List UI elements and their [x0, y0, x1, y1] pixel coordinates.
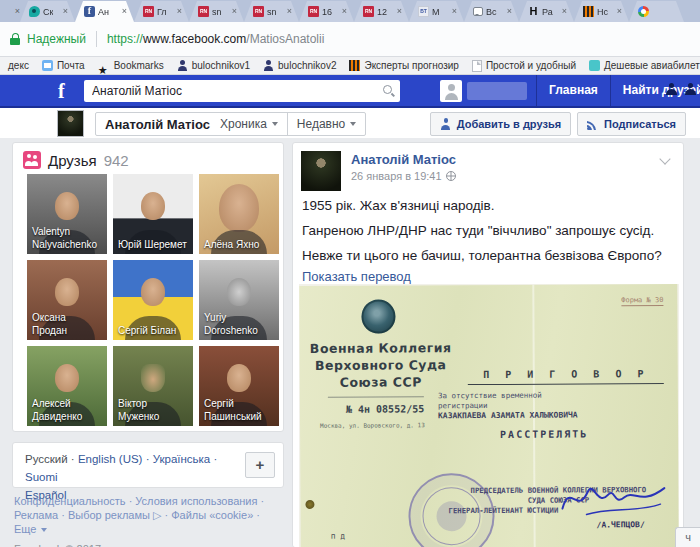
- friend-photo[interactable]: Valentyn Nalyvaichenko: [27, 174, 107, 254]
- page-content: Друзья 942 Valentyn Nalyvaichenko Юрій Ш…: [0, 138, 700, 547]
- tab-bar: × Ск× Ан× Гл× sn× sn× 16× 12× М× Вс× Ра×…: [0, 0, 700, 22]
- recent-dropdown[interactable]: Недавно: [287, 113, 365, 135]
- hole-punch: [305, 500, 314, 509]
- bookmark-mail[interactable]: Почта: [42, 60, 85, 71]
- facebook-logo[interactable]: f: [58, 79, 65, 103]
- search-icon[interactable]: [382, 84, 396, 98]
- close-icon[interactable]: ×: [232, 7, 237, 16]
- tab-rn-2[interactable]: sn×: [189, 1, 244, 22]
- post-text-line3: Невже ти цього не бачиш, толерантна безв…: [302, 248, 662, 263]
- bookmark-bulochnikov2[interactable]: bulochnikov2: [263, 60, 336, 71]
- chat-tab-partial[interactable]: ч: [675, 527, 700, 547]
- speech-bubble-icon: [473, 7, 483, 16]
- soviet-emblem-icon: [361, 299, 395, 333]
- tab-partial[interactable]: ×: [0, 1, 20, 22]
- tab-bubble[interactable]: Вс×: [464, 1, 519, 22]
- tab-ck[interactable]: Ск×: [20, 1, 75, 22]
- close-icon[interactable]: ×: [122, 7, 127, 16]
- rn-icon: [363, 6, 374, 17]
- follow-button[interactable]: Подписаться: [577, 112, 686, 136]
- close-icon[interactable]: ×: [287, 7, 292, 16]
- post-attached-image[interactable]: Форма № 30 Военная Коллегия Верховного С…: [299, 284, 679, 547]
- handwritten-signature: [556, 474, 674, 525]
- doc-form-number: Форма № 30: [621, 296, 663, 306]
- tab-h[interactable]: Ра×: [519, 1, 574, 22]
- chevron-down-icon: [41, 528, 47, 532]
- divider: [328, 396, 424, 398]
- recent-label: Недавно: [297, 117, 345, 131]
- facebook-header: f Главная Найти друзей: [0, 75, 700, 108]
- profile-name-segment[interactable]: Анатолій Матіос Хроника: [96, 113, 287, 135]
- header-icons: [665, 82, 698, 96]
- add-friend-button[interactable]: Добавить в друзья: [430, 112, 571, 136]
- friend-photo[interactable]: Алексей Давиденко: [27, 346, 107, 426]
- add-language-button[interactable]: +: [245, 452, 275, 478]
- tab-facebook-active[interactable]: Ан×: [75, 1, 134, 22]
- show-translation-link[interactable]: Показать перевод: [302, 269, 411, 284]
- secure-lock-icon[interactable]: [10, 33, 21, 45]
- header-avatar[interactable]: [440, 80, 462, 102]
- close-icon[interactable]: ×: [397, 7, 402, 16]
- close-icon[interactable]: ×: [507, 7, 512, 16]
- bookmarks-bar: декс Почта ★Bookmarks bulochnikov1 buloc…: [0, 57, 700, 75]
- friend-photo[interactable]: Сергій Білан: [113, 260, 193, 340]
- messages-icon[interactable]: [684, 82, 698, 96]
- bookmark-yandex-partial[interactable]: декс: [4, 60, 29, 71]
- close-icon[interactable]: ×: [63, 7, 68, 16]
- post-menu-chevron-icon[interactable]: [659, 153, 670, 164]
- friend-requests-icon[interactable]: [665, 82, 679, 96]
- profile-toolbar: Анатолій Матіос Хроника Недавно Добавить…: [0, 108, 700, 139]
- address-bar[interactable]: Надежный https://www.facebook.com/Matios…: [0, 22, 700, 57]
- teal-icon: [589, 60, 600, 71]
- friend-photo[interactable]: Сергій Пашинський: [199, 346, 279, 426]
- profile-avatar[interactable]: [57, 110, 84, 137]
- close-icon[interactable]: ×: [15, 7, 20, 16]
- nav-home[interactable]: Главная: [536, 75, 610, 106]
- bookmark-simple[interactable]: Простой и удобный: [472, 60, 576, 72]
- header-name-pill[interactable]: [467, 82, 527, 100]
- close-icon[interactable]: ×: [452, 7, 457, 16]
- friend-photo[interactable]: Yuriy Doroshenko: [199, 260, 279, 340]
- friend-photo[interactable]: Юрій Шеремет: [113, 174, 193, 254]
- tab-rn-1[interactable]: Гл×: [134, 1, 189, 22]
- footer-links-line2[interactable]: Реклама · Выбор рекламы ▷ · Файлы «cooki…: [14, 508, 296, 522]
- person-icon: [177, 60, 188, 71]
- profile-name: Анатолій Матіос: [105, 117, 210, 132]
- url-text[interactable]: https://www.facebook.com/MatiosAnatolii: [107, 32, 324, 46]
- bookmark-tickets[interactable]: Дешевые авиабилет: [589, 60, 700, 71]
- footer-links-line1[interactable]: Конфиденциальность · Условия использован…: [14, 494, 296, 508]
- tab-rn-4[interactable]: 16×: [299, 1, 354, 22]
- friend-photo[interactable]: Віктор Муженко: [113, 346, 193, 426]
- post-author-avatar[interactable]: [301, 151, 341, 191]
- browser-window: × Ск× Ан× Гл× sn× sn× 16× 12× М× Вс× Ра×…: [0, 0, 700, 547]
- close-icon[interactable]: ×: [562, 7, 567, 16]
- mail-icon: [42, 60, 53, 71]
- bookmark-folder[interactable]: ★Bookmarks: [98, 60, 164, 71]
- chevron-down-icon: [272, 122, 278, 126]
- friend-photo[interactable]: Алёна Яхно: [199, 174, 279, 254]
- ribbon-icon: [349, 60, 360, 71]
- copyright: Facebook © 2017: [14, 542, 296, 547]
- tab-google[interactable]: [629, 1, 684, 22]
- doc-signature-line: ГЕНЕРАЛ-ЛЕЙТЕНАНТ ЮСТИЦИИ: [448, 506, 558, 516]
- close-icon[interactable]: ×: [617, 7, 622, 16]
- tab-bt[interactable]: М×: [409, 1, 464, 22]
- facebook-icon: [84, 6, 95, 17]
- tab-ribbon[interactable]: Нс×: [574, 1, 629, 22]
- footer-more[interactable]: Еще: [14, 522, 296, 536]
- friends-header[interactable]: Друзья 942: [23, 151, 129, 169]
- search-input[interactable]: [84, 80, 400, 102]
- close-icon[interactable]: ×: [342, 7, 347, 16]
- bookmark-experts[interactable]: Эксперты прогнозир: [349, 60, 458, 71]
- bookmark-bulochnikov1[interactable]: bulochnikov1: [177, 60, 250, 71]
- rn-icon: [253, 6, 264, 17]
- post-author-name[interactable]: Анатолій Матіос: [351, 152, 456, 167]
- tab-rn-5[interactable]: 12×: [354, 1, 409, 22]
- tab-rn-3[interactable]: sn×: [244, 1, 299, 22]
- post-text-line2: Ганреною ЛНР/ДНР нас туди "віччливо" зап…: [302, 223, 654, 238]
- doc-typed-line: регистрации: [438, 401, 488, 410]
- close-icon[interactable]: ×: [177, 7, 182, 16]
- friend-photo[interactable]: Оксана Продан: [27, 260, 107, 340]
- post-timestamp[interactable]: 26 января в 19:41: [351, 170, 456, 182]
- chevron-down-icon: [350, 122, 356, 126]
